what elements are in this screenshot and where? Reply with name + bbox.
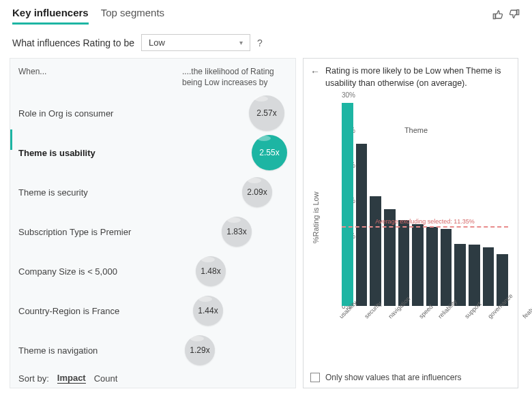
influencer-row[interactable]: Company Size is < 5,0001.48x — [18, 251, 287, 291]
influencer-row[interactable]: Role in Org is consumer2.57x — [18, 93, 287, 133]
factor-bubble: 1.44x — [193, 296, 223, 326]
detail-summary: Rating is more likely to be Low when The… — [325, 65, 511, 89]
tabs: Key influencers Top segments — [12, 7, 164, 25]
x-tick: features — [522, 299, 532, 320]
chart-bar[interactable] — [441, 229, 452, 306]
only-influencers-checkbox[interactable] — [310, 373, 320, 382]
factor-bubble: 2.57x — [249, 95, 284, 131]
chart-bar[interactable] — [454, 244, 466, 306]
chart-bar[interactable] — [412, 224, 424, 306]
influencer-label: Theme is navigation — [18, 345, 182, 356]
average-line: Average excluding selected: 11.35% — [342, 226, 508, 234]
influencer-label: Theme is security — [18, 187, 182, 198]
y-axis-label: %Rating is Low — [310, 67, 321, 367]
influencer-row[interactable]: Theme is usability2.55x — [18, 133, 287, 172]
chart-bar[interactable] — [483, 247, 494, 306]
thumbs-down-icon[interactable] — [509, 9, 520, 22]
chart-bar[interactable] — [342, 103, 353, 306]
avg-line-label: Average excluding selected: 11.35% — [375, 218, 474, 225]
column-header-when: When... — [18, 67, 182, 88]
question-row: What influences Rating to be Low ▾ ? — [0, 25, 532, 58]
tab-top-segments[interactable]: Top segments — [101, 7, 164, 25]
influencer-row[interactable]: Theme is security2.09x — [18, 172, 287, 212]
influencer-label: Company Size is < 5,000 — [18, 266, 182, 277]
influencer-row[interactable]: Theme is navigation1.29x — [18, 330, 287, 370]
sort-label: Sort by: — [18, 373, 49, 384]
column-header-likelihood: ....the likelihood of Rating being Low i… — [182, 67, 287, 88]
factor-bubble: 2.55x — [252, 135, 287, 170]
factor-bubble: 1.29x — [185, 335, 215, 365]
only-influencers-label: Only show values that are influencers — [325, 373, 461, 382]
influencer-row[interactable]: Country-Region is France1.44x — [18, 291, 287, 330]
chart-bar[interactable] — [426, 227, 438, 306]
chart-bar[interactable] — [356, 144, 368, 306]
factor-bubble: 1.83x — [222, 217, 252, 247]
influencer-label: Role in Org is consumer — [18, 108, 182, 119]
influencer-label: Country-Region is France — [18, 306, 182, 316]
thumbs-up-icon[interactable] — [492, 9, 503, 22]
selection-indicator — [10, 129, 12, 150]
feedback-buttons — [492, 9, 520, 22]
question-prefix: What influences Rating to be — [12, 37, 134, 48]
chart: %Rating is Low 0%5%10%15%20%25%30% Avera… — [310, 95, 511, 367]
factor-bubble: 2.09x — [242, 177, 272, 207]
detail-panel: ← Rating is more likely to be Low when T… — [303, 58, 518, 388]
tab-key-influencers[interactable]: Key influencers — [12, 7, 89, 25]
target-value-dropdown[interactable]: Low ▾ — [141, 34, 250, 51]
chart-bar[interactable] — [370, 196, 381, 306]
influencers-panel: When... ....the likelihood of Rating bei… — [10, 58, 296, 388]
sort-impact[interactable]: Impact — [57, 373, 86, 384]
help-icon[interactable]: ? — [257, 37, 263, 48]
factor-bubble: 1.48x — [196, 256, 226, 286]
chevron-down-icon: ▾ — [239, 39, 243, 46]
influencer-label: Theme is usability — [18, 148, 170, 158]
sort-count[interactable]: Count — [94, 373, 118, 384]
influencer-label: Subscription Type is Premier — [18, 227, 182, 237]
chart-bar[interactable] — [469, 245, 480, 306]
dropdown-selected: Low — [149, 37, 165, 48]
influencer-row[interactable]: Subscription Type is Premier1.83x — [18, 212, 287, 251]
